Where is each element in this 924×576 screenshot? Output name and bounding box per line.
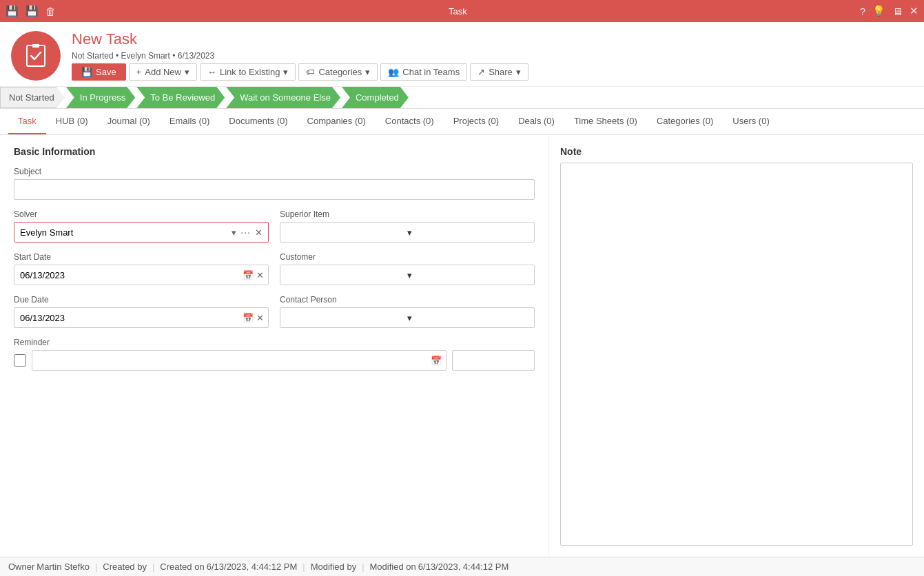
svg-rect-1: [32, 44, 39, 48]
created-by-label: Created by: [103, 562, 147, 572]
subject-label: Subject: [14, 167, 535, 176]
solver-more-icon[interactable]: ···: [240, 227, 251, 238]
calendar-icon[interactable]: 📅: [243, 270, 254, 280]
due-calendar-icon[interactable]: 📅: [243, 313, 254, 323]
status-to-be-reviewed-label: To Be Reviewed: [150, 92, 215, 103]
status-to-be-reviewed[interactable]: To Be Reviewed: [136, 87, 225, 108]
clear-due-date-icon[interactable]: ✕: [256, 313, 264, 323]
solver-clear-icon[interactable]: ✕: [255, 227, 263, 238]
customer-group: Customer ▾: [280, 252, 535, 285]
status-bar: Not Started In Progress To Be Reviewed W…: [0, 87, 924, 109]
header-actions: 💾 Save + Add New ▾ ↔ Link to Existing ▾ …: [72, 63, 913, 81]
reminder-date-field[interactable]: 📅: [32, 350, 446, 371]
record-title: New Task: [72, 30, 913, 48]
tab-users[interactable]: Users (0): [723, 109, 779, 134]
save-as-icon[interactable]: 💾: [25, 5, 39, 17]
save-label: Save: [96, 67, 116, 77]
delete-icon[interactable]: 🗑: [45, 6, 56, 17]
row-startdate-customer: Start Date 📅 ✕ Customer ▾: [14, 252, 535, 295]
tab-categories[interactable]: Categories (0): [647, 109, 723, 134]
reminder-row: 📅: [14, 350, 535, 371]
link-existing-button[interactable]: ↔ Link to Existing ▾: [200, 63, 296, 81]
chevron-down-icon3: ▾: [365, 67, 370, 77]
superior-item-label: Superior Item: [280, 209, 535, 219]
solver-dropdown-icon[interactable]: ▾: [232, 227, 236, 238]
start-date-input[interactable]: [14, 267, 243, 284]
row-solver-superior: Solver ▾ ··· ✕ Superior Item ▾: [14, 209, 535, 252]
reminder-date-input[interactable]: [32, 352, 431, 369]
save-button[interactable]: 💾 Save: [72, 63, 126, 81]
modified-on-value: 6/13/2023, 4:44:12 PM: [418, 562, 509, 572]
solver-input[interactable]: [20, 227, 232, 238]
subject-input[interactable]: [14, 179, 535, 200]
add-new-label: Add New: [145, 67, 181, 77]
link-existing-label: Link to Existing: [220, 67, 280, 77]
teams-icon: 👥: [388, 67, 399, 77]
status-wait-someone-label: Wait on Someone Else: [240, 92, 331, 103]
save-icon[interactable]: 💾: [6, 5, 19, 17]
basic-info-title: Basic Information: [14, 146, 535, 157]
status-not-started-label: Not Started: [9, 92, 54, 103]
customer-chevron: ▾: [407, 270, 528, 280]
tab-task[interactable]: Task: [8, 109, 46, 134]
add-new-button[interactable]: + Add New ▾: [129, 63, 197, 81]
chevron-down-icon4: ▾: [516, 67, 521, 77]
footer-sep3: |: [302, 562, 305, 572]
chat-teams-label: Chat in Teams: [402, 67, 460, 77]
reminder-text-input[interactable]: [453, 352, 548, 369]
status-completed[interactable]: Completed: [342, 87, 409, 108]
contact-person-dropdown[interactable]: ▾: [280, 307, 535, 328]
start-date-label: Start Date: [14, 252, 269, 262]
note-textarea[interactable]: [560, 163, 913, 546]
tab-projects[interactable]: Projects (0): [444, 109, 509, 134]
close-icon[interactable]: ✕: [910, 5, 918, 17]
title-bar-right: ? 💡 🖥 ✕: [860, 5, 918, 17]
customer-dropdown[interactable]: ▾: [280, 265, 535, 285]
share-icon: ↗: [478, 67, 485, 77]
clear-date-icon[interactable]: ✕: [256, 270, 264, 280]
due-date-input[interactable]: [14, 309, 243, 327]
due-date-field[interactable]: 📅 ✕: [14, 307, 269, 328]
right-panel: Note: [548, 135, 924, 557]
superior-item-chevron: ▾: [407, 227, 528, 238]
tab-timesheets[interactable]: Time Sheets (0): [564, 109, 647, 134]
status-in-progress[interactable]: In Progress: [66, 87, 135, 108]
title-bar-left: 💾 💾 🗑: [6, 5, 56, 17]
tab-hub[interactable]: HUB (0): [46, 109, 98, 134]
customer-label: Customer: [280, 252, 535, 262]
tab-contacts[interactable]: Contacts (0): [376, 109, 444, 134]
reminder-checkbox[interactable]: [14, 354, 26, 367]
status-wait-someone[interactable]: Wait on Someone Else: [226, 87, 340, 108]
footer: Owner Martin Stefko | Created by | Creat…: [0, 557, 924, 576]
tab-companies[interactable]: Companies (0): [298, 109, 376, 134]
lightbulb-icon[interactable]: 💡: [872, 5, 885, 17]
start-date-group: Start Date 📅 ✕: [14, 252, 269, 285]
footer-sep2: |: [152, 562, 154, 572]
chat-teams-button[interactable]: 👥 Chat in Teams: [380, 63, 467, 81]
share-button[interactable]: ↗ Share ▾: [470, 63, 528, 81]
categories-button[interactable]: 🏷 Categories ▾: [298, 63, 378, 81]
display-icon[interactable]: 🖥: [892, 6, 903, 17]
superior-item-dropdown[interactable]: ▾: [280, 222, 535, 243]
solver-field[interactable]: ▾ ··· ✕: [14, 222, 269, 243]
modified-by-label: Modified by: [311, 562, 356, 572]
help-icon[interactable]: ?: [860, 6, 865, 17]
tab-journal[interactable]: Journal (0): [98, 109, 160, 134]
subject-group: Subject: [14, 167, 535, 200]
title-bar: 💾 💾 🗑 Task ? 💡 🖥 ✕: [0, 0, 924, 22]
status-not-started[interactable]: Not Started: [0, 87, 65, 108]
tab-deals[interactable]: Deals (0): [509, 109, 564, 134]
contact-person-group: Contact Person ▾: [280, 295, 535, 328]
reminder-group: Reminder 📅: [14, 338, 535, 371]
solver-group: Solver ▾ ··· ✕: [14, 209, 269, 243]
start-date-field[interactable]: 📅 ✕: [14, 265, 269, 285]
record-meta: Not Started • Evelyn Smart • 6/13/2023: [72, 51, 913, 61]
tab-emails[interactable]: Emails (0): [160, 109, 220, 134]
left-panel: Basic Information Subject Solver ▾ ··· ✕: [0, 135, 548, 557]
status-in-progress-label: In Progress: [80, 92, 125, 103]
modified-on-label: Modified on: [370, 562, 416, 572]
tab-documents[interactable]: Documents (0): [219, 109, 297, 134]
reminder-calendar-icon[interactable]: 📅: [431, 356, 446, 366]
superior-item-group: Superior Item ▾: [280, 209, 535, 243]
reminder-text-field[interactable]: [452, 350, 535, 371]
